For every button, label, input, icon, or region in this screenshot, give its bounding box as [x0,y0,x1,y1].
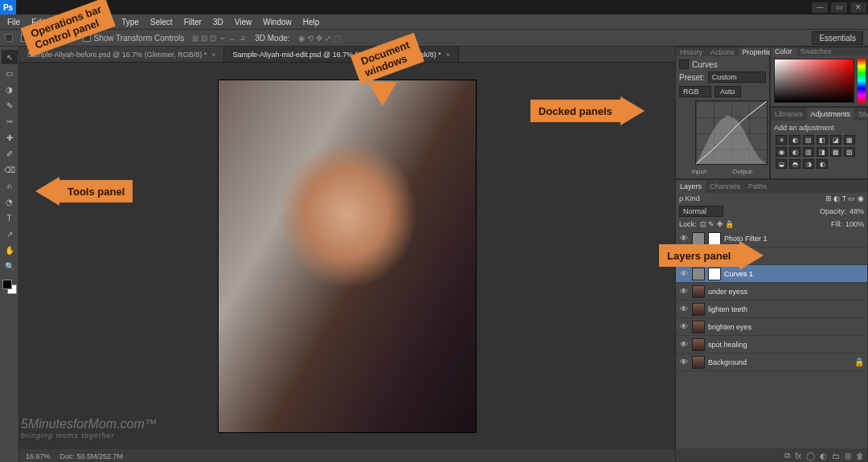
color-picker[interactable] [774,59,854,103]
layer-kind[interactable]: ρ Kind [679,194,700,202]
menu-select[interactable]: Select [146,18,177,27]
tools-panel: ↖▭◑✎✂✚✐⌫⎌◔T↗✋🔍 [0,47,19,462]
tool-6[interactable]: ✐ [2,146,18,161]
layer-row[interactable]: 👁Background🔒 [676,354,867,371]
window-close[interactable]: ✕ [850,2,866,13]
visibility-icon[interactable]: 👁 [679,305,689,313]
tool-5[interactable]: ✚ [2,130,18,145]
menu-window[interactable]: Window [259,18,296,27]
tool-preset-icon[interactable] [5,34,13,42]
menu-filter[interactable]: Filter [180,18,206,27]
menu-3d[interactable]: 3D [209,18,227,27]
layer-row[interactable]: 👁lighten teeth [676,301,867,318]
visibility-icon[interactable]: 👁 [679,251,689,260]
link-layers-icon[interactable]: ⧉ [784,451,790,460]
layer-name[interactable]: Background [708,358,747,366]
window-minimize[interactable]: — [812,2,828,13]
tool-2[interactable]: ◑ [2,82,18,96]
tab-swatches[interactable]: Swatches [796,47,836,55]
opacity-value[interactable]: 48% [850,207,864,215]
tool-7[interactable]: ⌫ [2,162,18,177]
visibility-icon[interactable]: 👁 [679,340,689,349]
tool-8[interactable]: ⎌ [2,178,18,193]
menu-view[interactable]: View [231,18,256,27]
fill-value[interactable]: 100% [845,220,864,228]
color-swatch[interactable] [2,280,17,294]
channel-dropdown[interactable]: RGB [679,86,711,97]
menu-file[interactable]: File [3,18,24,27]
menu-image[interactable]: Image [52,18,83,27]
tab-color[interactable]: Color [771,47,796,55]
document-tab[interactable]: Sample-Aliyah-mid-edit.psd @ 16.7% (Curv… [224,47,459,62]
tab-adjustments[interactable]: Adjustments [807,108,855,121]
layer-row[interactable]: 👁spot healing [676,336,867,354]
tab-styles[interactable]: Styles [854,108,868,121]
mask-icon[interactable]: ◯ [806,452,815,460]
visibility-icon[interactable]: 👁 [679,322,689,331]
layer-thumb [692,356,705,369]
zoom-level[interactable]: 16.67% [26,452,51,460]
blend-mode-dropdown[interactable]: Normal [679,206,723,217]
close-icon[interactable]: × [211,51,215,59]
new-adjustment-icon[interactable]: ◐ [820,452,827,460]
properties-panel: History Actions Properties Curves Preset… [675,47,770,179]
tab-libraries[interactable]: Libraries [771,108,807,121]
layer-row[interactable]: 👁brighten eyes [676,318,867,336]
fx-icon[interactable]: fx [795,452,801,460]
workspace-switcher[interactable]: Essentials [812,31,863,45]
layer-row[interactable]: 👁under eyess [676,283,867,301]
visibility-icon[interactable]: 👁 [679,358,689,366]
tab-channels[interactable]: Channels [706,180,744,193]
window-maximize[interactable]: ▭ [831,2,847,13]
new-group-icon[interactable]: 🗀 [832,452,840,460]
tab-layers[interactable]: Layers [676,180,706,193]
tool-9[interactable]: ◔ [2,194,18,209]
tool-4[interactable]: ✂ [2,114,18,129]
menu-layer[interactable]: Layer [86,18,114,27]
layer-mask[interactable] [708,250,721,263]
show-transform-checkbox[interactable]: Show Transform Controls [83,34,184,43]
layer-name[interactable]: under eyess [708,288,747,296]
layers-footer: ⧉ fx ◯ ◐ 🗀 ⊞ 🗑 [676,448,867,462]
layer-mask[interactable] [708,268,721,280]
layer-name[interactable]: spot healing [708,341,747,349]
layer-name[interactable]: lighten teeth [708,305,747,313]
layer-row[interactable]: 👁Photo Filter 1 [676,230,867,247]
layer-name[interactable]: Levels 1 [724,252,751,260]
document-tab[interactable]: Sample-Aliyah-before.psd @ 16.7% (Glimme… [19,47,224,62]
tab-paths[interactable]: Paths [744,180,771,193]
auto-button[interactable]: Auto [714,86,741,97]
layer-mask[interactable] [708,232,721,245]
tool-11[interactable]: ↗ [2,227,18,241]
hue-slider[interactable] [858,59,866,103]
tool-0[interactable]: ↖ [2,50,18,64]
close-icon[interactable]: × [446,51,450,59]
tab-actions[interactable]: Actions [706,47,739,56]
app-logo: Ps [0,0,16,14]
tool-10[interactable]: T [2,211,18,225]
adjustment-icons[interactable]: ☀◐▤◧◪▦ ◉◐▥◨▩▧ ◒◓◑◐ [774,133,864,170]
layer-row[interactable]: 👁Levels 1 [676,247,867,265]
tab-history[interactable]: History [676,47,706,56]
layer-name[interactable]: Photo Filter 1 [724,235,768,243]
preset-dropdown[interactable]: Custom [708,72,766,83]
tool-12[interactable]: ✋ [2,243,18,257]
tool-1[interactable]: ▭ [2,66,18,80]
layer-row[interactable]: 👁Curves 1 [676,265,867,283]
visibility-icon[interactable]: 👁 [679,234,689,243]
input-label: Input: [691,168,707,175]
delete-layer-icon[interactable]: 🗑 [856,452,864,460]
menu-help[interactable]: Help [299,18,324,27]
tool-13[interactable]: 🔍 [2,259,18,273]
canvas[interactable] [19,63,675,449]
menu-type[interactable]: Type [117,18,143,27]
tool-3[interactable]: ✎ [2,98,18,112]
auto-select-checkbox[interactable]: Auto-Select: [21,34,75,43]
curves-graph[interactable] [695,100,768,165]
visibility-icon[interactable]: 👁 [679,269,689,278]
menu-edit[interactable]: Edit [27,18,49,27]
visibility-icon[interactable]: 👁 [679,287,689,296]
new-layer-icon[interactable]: ⊞ [845,452,851,460]
layer-name[interactable]: brighten eyes [708,323,751,331]
layer-name[interactable]: Curves 1 [724,270,753,278]
